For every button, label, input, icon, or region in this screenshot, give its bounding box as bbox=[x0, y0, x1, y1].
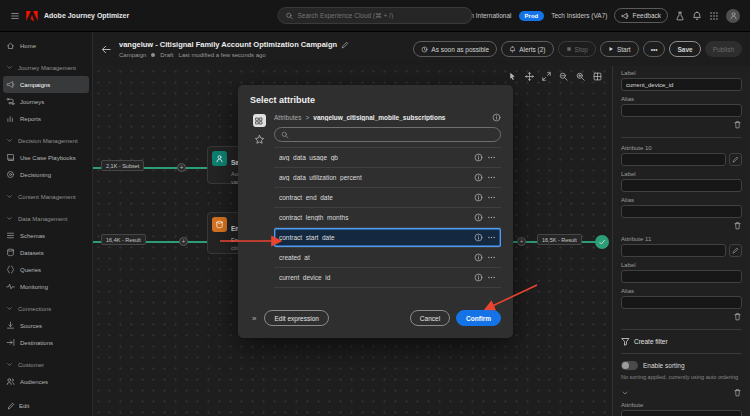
attribute-row[interactable]: avg_data_usage_gb bbox=[274, 148, 501, 168]
add-step-button[interactable]: + bbox=[177, 163, 186, 172]
sidebar-item-sources[interactable]: Sources bbox=[0, 317, 92, 334]
attribute-input[interactable] bbox=[626, 157, 721, 163]
info-icon[interactable] bbox=[474, 253, 483, 262]
sidebar-item-destinations[interactable]: Destinations bbox=[0, 334, 92, 351]
sandbox-name[interactable]: Tech Insiders (VA7) bbox=[551, 12, 607, 19]
attribute-search-input[interactable] bbox=[293, 131, 494, 138]
sidebar-item-audiences[interactable]: Audiences bbox=[0, 373, 92, 390]
label-input[interactable] bbox=[626, 82, 737, 88]
chevron-down-icon[interactable] bbox=[621, 389, 629, 397]
sidebar-section-journey-management[interactable]: Journey Management bbox=[0, 59, 92, 76]
more-icon[interactable] bbox=[487, 173, 496, 182]
info-icon[interactable] bbox=[474, 153, 483, 162]
global-search[interactable] bbox=[278, 7, 473, 24]
add-step-button[interactable]: + bbox=[179, 237, 188, 246]
sidebar-item-datasets[interactable]: Datasets bbox=[0, 244, 92, 261]
arrow-out-icon bbox=[6, 338, 15, 347]
more-icon[interactable] bbox=[487, 193, 496, 202]
attribute-row[interactable]: contract_length_months bbox=[274, 208, 501, 228]
more-icon[interactable] bbox=[487, 273, 496, 282]
sidebar-item-home[interactable]: Home bbox=[0, 37, 92, 54]
attribute-input[interactable] bbox=[626, 248, 721, 254]
trash-icon[interactable] bbox=[733, 388, 742, 397]
schedule-button[interactable]: As soon as possible bbox=[413, 41, 497, 57]
attribute-row-selected[interactable]: contract_start_date bbox=[274, 228, 501, 248]
back-arrow-icon[interactable] bbox=[101, 44, 112, 55]
alias-input[interactable] bbox=[626, 300, 737, 306]
attribute-search[interactable] bbox=[274, 127, 501, 142]
sidebar-item-queries[interactable]: Queries bbox=[0, 261, 92, 278]
more-icon[interactable] bbox=[487, 253, 496, 262]
more-actions-button[interactable]: ••• bbox=[643, 41, 666, 57]
edit-attribute-button[interactable] bbox=[729, 153, 742, 166]
sidebar-item-decisioning[interactable]: Decisioning bbox=[0, 166, 92, 183]
confirm-button[interactable]: Confirm bbox=[456, 310, 501, 326]
save-button[interactable]: Save bbox=[669, 41, 700, 57]
pointer-tool-icon[interactable] bbox=[505, 69, 519, 83]
edit-attribute-button[interactable] bbox=[729, 244, 742, 257]
sidebar-section-data-management[interactable]: Data Management bbox=[0, 210, 92, 227]
edit-expression-button[interactable]: Edit expression bbox=[264, 310, 328, 326]
info-icon[interactable] bbox=[474, 173, 483, 182]
publish-button[interactable]: Publish bbox=[705, 41, 742, 57]
sidebar-section-decision-management[interactable]: Decision Management bbox=[0, 132, 92, 149]
create-filter-button[interactable]: Create filter bbox=[621, 337, 742, 346]
sidebar-item-campaigns[interactable]: Campaigns bbox=[3, 76, 89, 93]
trash-icon[interactable] bbox=[733, 221, 742, 230]
end-node[interactable] bbox=[595, 235, 609, 249]
breadcrumb-root[interactable]: Attributes bbox=[274, 114, 301, 121]
info-icon[interactable] bbox=[474, 213, 483, 222]
enable-sorting-toggle[interactable] bbox=[621, 361, 638, 370]
sidebar-item-reports[interactable]: Reports bbox=[0, 110, 92, 127]
expand-panel-button[interactable]: » bbox=[250, 314, 258, 323]
favorites-star-icon[interactable] bbox=[254, 134, 265, 145]
fit-to-screen-icon[interactable] bbox=[539, 69, 553, 83]
trash-icon[interactable] bbox=[733, 312, 742, 321]
zoom-in-icon[interactable] bbox=[573, 69, 587, 83]
trash-icon[interactable] bbox=[733, 120, 742, 129]
add-step-button[interactable]: + bbox=[517, 237, 526, 246]
sidebar-item-journeys[interactable]: Journeys bbox=[0, 93, 92, 110]
sidebar-item-use-case-playbooks[interactable]: Use Case Playbooks bbox=[0, 149, 92, 166]
flask-icon[interactable] bbox=[675, 11, 685, 21]
sidebar-section-customer[interactable]: Customer bbox=[0, 356, 92, 373]
edit-title-icon[interactable] bbox=[341, 41, 349, 49]
global-search-input[interactable] bbox=[298, 12, 465, 19]
bell-icon[interactable] bbox=[692, 11, 702, 21]
sidebar-edit-button[interactable]: Edit bbox=[7, 402, 29, 410]
avatar[interactable] bbox=[726, 9, 740, 23]
map-view-icon[interactable] bbox=[590, 69, 604, 83]
sidebar-section-content-management[interactable]: Content Management bbox=[0, 188, 92, 205]
attribute-row[interactable]: avg_data_utilization_percent bbox=[274, 168, 501, 188]
label-input[interactable] bbox=[626, 183, 737, 189]
more-icon[interactable] bbox=[487, 233, 496, 242]
info-icon[interactable] bbox=[474, 233, 483, 242]
attribute-row[interactable]: current_device_id bbox=[274, 268, 501, 288]
alerts-button[interactable]: Alerts (2) bbox=[501, 41, 553, 57]
alias-input[interactable] bbox=[626, 108, 737, 114]
attributes-tab-icon[interactable] bbox=[253, 114, 266, 127]
cancel-button[interactable]: Cancel bbox=[410, 310, 450, 326]
sidebar-section-connections[interactable]: Connections bbox=[0, 300, 92, 317]
apps-grid-icon[interactable] bbox=[709, 11, 719, 21]
attribute-select[interactable] bbox=[621, 410, 742, 416]
info-icon[interactable] bbox=[474, 193, 483, 202]
stop-button[interactable]: Stop bbox=[558, 41, 596, 57]
page-header: vangeluw - Citisignal Family Account Opt… bbox=[93, 32, 750, 66]
edge-label-result: 16,4K - Result bbox=[101, 234, 146, 245]
menu-icon[interactable] bbox=[10, 11, 20, 21]
attribute-row[interactable]: created_at bbox=[274, 248, 501, 268]
feedback-button[interactable]: Feedback bbox=[614, 8, 668, 23]
info-icon[interactable] bbox=[492, 113, 501, 122]
label-input[interactable] bbox=[626, 274, 737, 280]
sidebar-item-schemas[interactable]: Schemas bbox=[0, 227, 92, 244]
attribute-row[interactable]: contract_end_date bbox=[274, 188, 501, 208]
more-icon[interactable] bbox=[487, 213, 496, 222]
info-icon[interactable] bbox=[474, 273, 483, 282]
alias-input[interactable] bbox=[626, 209, 737, 215]
pan-tool-icon[interactable] bbox=[522, 69, 536, 83]
start-button[interactable]: Start bbox=[600, 41, 639, 57]
sidebar-item-monitoring[interactable]: Monitoring bbox=[0, 278, 92, 295]
more-icon[interactable] bbox=[487, 153, 496, 162]
zoom-out-icon[interactable] bbox=[556, 69, 570, 83]
